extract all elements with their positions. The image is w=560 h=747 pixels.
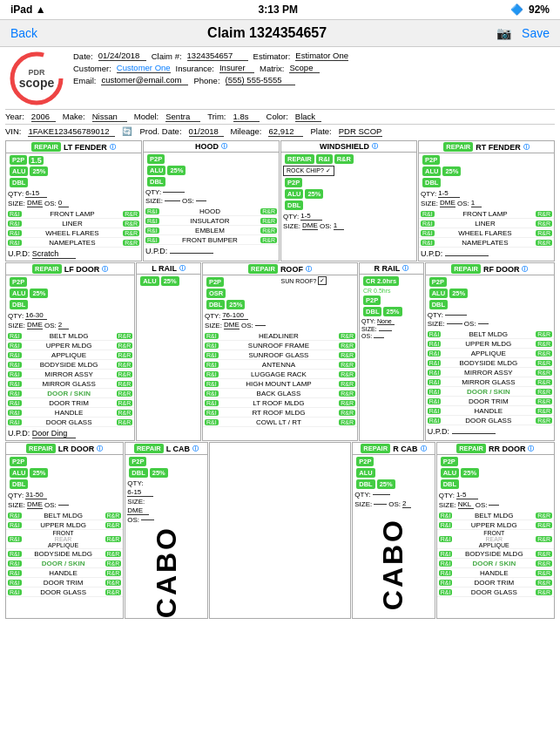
l-rail-panel: L RAIL ⓘ ALU25%	[136, 262, 201, 441]
rf-door-parts: R&IBELT MLDGR&R R&IUPPER MLDGR&R R&IAPPL…	[426, 329, 554, 425]
r-cab-info-icon: ⓘ	[421, 445, 427, 453]
lt-fender-repair-badge: REPAIR	[31, 142, 61, 152]
rt-fender-upd: U.P.D:	[419, 248, 554, 260]
rf-door-upd: U.P.D:	[426, 425, 554, 438]
cabo-text-left: CABO	[151, 526, 183, 618]
plate-val: PDR SCOP	[339, 126, 382, 137]
bluetooth-icon: 🔷	[510, 3, 523, 16]
lf-door-title: REPAIR LF DOOR ⓘ	[6, 263, 134, 275]
plate-label: Plate:	[310, 126, 331, 137]
r-rail-info-icon: ⓘ	[402, 264, 408, 273]
nav-right: 📷 Save	[496, 26, 550, 40]
lt-fender-parts: R&IFRONT LAMPR&R R&ILINERR&R R&IWHEEL FL…	[6, 209, 141, 248]
windshield-title: WINDSHIELD ⓘ	[281, 141, 416, 153]
rr-door-info-icon: ⓘ	[528, 445, 534, 453]
rt-fender-panel: REPAIR RT FENDER ⓘ P2P ALU25% DBL QTY: 1…	[418, 140, 555, 261]
status-time: 3:13 PM	[46, 3, 510, 16]
windshield-panel: WINDSHIELD ⓘ REPAIR R&I R&R ROCK CHIP? ✓…	[280, 140, 417, 261]
date-label: Date:	[73, 51, 93, 61]
hood-panel: HOOD ⓘ P2P ALU25% DBL QTY: SIZE: OS:	[143, 140, 280, 261]
claim-label: Claim #:	[152, 51, 182, 61]
model-label: Model:	[134, 112, 159, 122]
phone-label: Phone:	[193, 76, 219, 85]
make-label: Make:	[63, 112, 85, 122]
hood-parts: R&IHOODR&R R&IINSULATORR&R R&IEMBLEMR&R …	[144, 207, 279, 245]
insurance-val: Insurer	[219, 63, 254, 73]
r-cab-panel: REPAIR R CAB ⓘ P2P ALU DBL25% QTY: SIZE:…	[352, 442, 435, 619]
l-cab-panel: REPAIR L CAB ⓘ P2P DBL25% QTY: 6-15 SIZE…	[125, 442, 207, 619]
l-rail-title: L RAIL ⓘ	[137, 263, 200, 275]
lt-fender-badges: P2P 1.5	[8, 154, 139, 166]
email-val: customer@email.com	[101, 75, 188, 85]
vehicle-bar: Year: 2006 Make: Nissan Model: Sentra Tr…	[5, 109, 555, 125]
hood-upd: U.P.D:	[144, 245, 279, 257]
center-bottom	[209, 442, 352, 619]
main-content: PDR scope Date: 01/24/2018 Claim #: 1324…	[0, 47, 560, 622]
prod-val: 01/2018	[189, 126, 224, 137]
svg-text:scope: scope	[19, 76, 55, 90]
roof-info-icon: ⓘ	[306, 265, 312, 274]
estimator-label: Estimator:	[253, 51, 291, 61]
roof-panel: REPAIR ROOF ⓘ P2P OSR DBL25% SUN ROOF? ✓	[202, 262, 358, 441]
customer-label: Customer:	[73, 64, 111, 73]
roof-parts: R&IHEADLINERR&R R&ISUNROOF FRAMER&R R&IS…	[203, 331, 357, 427]
nav-bar: Back Claim 1324354657 📷 Save	[0, 20, 560, 47]
email-label: Email:	[73, 76, 96, 85]
phone-val: (555) 555-5555	[226, 75, 295, 85]
lf-door-info-icon: ⓘ	[102, 265, 108, 274]
r-rail-title: R RAIL ⓘ	[360, 263, 423, 275]
vin-row: VIN: 1FAKE123456789012 🔄 Prod. Date: 01/…	[5, 126, 555, 137]
vin-icon: 🔄	[122, 126, 132, 137]
save-button[interactable]: Save	[522, 26, 550, 40]
r-rail-panel: R RAIL ⓘ CR 2.0hrs CR 0.5hrs P2P DBL25% …	[359, 262, 424, 441]
lr-door-panel: REPAIR LR DOOR ⓘ P2P ALU25% DBL QTY: 31-…	[5, 442, 124, 619]
insurance-label: Insurance:	[176, 64, 214, 73]
lt-fender-panel: REPAIR LT FENDER ⓘ P2P 1.5 ALU 25% DBL Q…	[5, 140, 142, 261]
rf-door-info-icon: ⓘ	[522, 265, 528, 274]
lt-fender-info-icon: ⓘ	[110, 143, 116, 152]
vin-val: 1FAKE123456789012	[28, 126, 115, 137]
year-val: 2006	[31, 112, 56, 122]
hood-info-icon: ⓘ	[221, 142, 227, 151]
mileage-val: 62,912	[268, 126, 303, 137]
rt-fender-info-icon: ⓘ	[523, 143, 530, 152]
lr-door-info-icon: ⓘ	[97, 445, 103, 453]
rf-door-panel: REPAIR RF DOOR ⓘ P2P ALU25% DBL QTY: SIZ…	[425, 262, 555, 441]
claim-val: 1324354657	[187, 51, 248, 61]
prod-label: Prod. Date:	[139, 126, 181, 137]
matrix-val: Scope	[289, 63, 320, 73]
rf-door-title: REPAIR RF DOOR ⓘ	[426, 263, 554, 275]
date-val: 01/24/2018	[98, 51, 146, 61]
windshield-info-icon: ⓘ	[372, 142, 378, 151]
lr-door-title: REPAIR LR DOOR ⓘ	[6, 443, 123, 455]
customer-val: Customer One	[117, 63, 171, 73]
trim-label: Trim:	[207, 112, 226, 122]
lr-door-parts: R&IBELT MLDGR&R R&IUPPER MLDGR&R R&I FRO…	[6, 511, 123, 597]
lf-door-parts: R&IBELT MLDGR&R R&IUPPER MLDGR&R R&IAPPL…	[6, 331, 134, 427]
color-label: Color:	[267, 112, 288, 122]
vin-label: VIN:	[5, 126, 21, 137]
camera-icon[interactable]: 📷	[496, 26, 511, 40]
l-cab-title: REPAIR L CAB ⓘ	[125, 443, 206, 455]
logo-area: PDR scope	[5, 51, 68, 106]
rt-fender-title: REPAIR RT FENDER ⓘ	[419, 141, 554, 153]
lf-door-upd: U.P.D: Door Ding	[6, 427, 134, 440]
lt-fender-title: REPAIR LT FENDER ⓘ	[6, 141, 141, 153]
lt-fender-upd: U.P.D: Scratch	[6, 248, 141, 261]
lf-door-panel: REPAIR LF DOOR ⓘ P2P ALU25% DBL QTY: 16-…	[5, 262, 135, 441]
status-wifi: iPad ▲	[10, 3, 46, 16]
l-cab-cabo: CABO	[125, 526, 206, 618]
estimator-val: Estimator One	[295, 51, 348, 61]
claim-info: Date: 01/24/2018 Claim #: 1324354657 Est…	[73, 51, 555, 106]
trim-val: 1.8s	[233, 112, 260, 122]
model-val: Sentra	[165, 112, 200, 122]
roof-title: REPAIR ROOF ⓘ	[203, 263, 357, 275]
rr-door-panel: REPAIR RR DOOR ⓘ P2P ALU25% DBL QTY: 1-5…	[436, 442, 555, 619]
color-val: Black	[295, 112, 321, 122]
cabo-text-right: CABO	[377, 518, 409, 610]
rr-door-title: REPAIR RR DOOR ⓘ	[437, 443, 554, 455]
l-cab-info-icon: ⓘ	[192, 445, 199, 453]
rr-door-parts: R&IBELT MLDGR&R R&IUPPER MLDGR&R R&I FRO…	[437, 511, 554, 597]
mileage-label: Mileage:	[231, 126, 262, 137]
back-button[interactable]: Back	[10, 26, 37, 40]
